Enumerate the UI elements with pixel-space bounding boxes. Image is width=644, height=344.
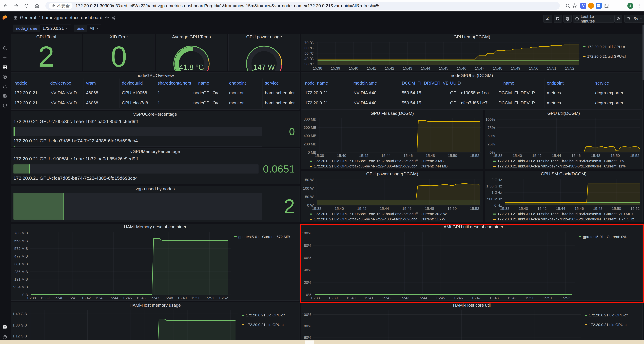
reload-icon[interactable] [23,2,30,9]
extension-v-icon[interactable]: V [580,3,586,9]
variable-node-name-select[interactable]: 172.20.0.21 [40,24,71,32]
legend-item[interactable]: 172.20.0.21 uid:GPU-c10058bc-1eae-1b32-b… [310,158,483,164]
legend-item[interactable]: 172.20.0.21 uid:GPU-c [242,322,299,327]
extension-grid-icon[interactable] [596,3,602,9]
panel-title[interactable]: Average GPU Temp [156,34,227,40]
security-label: 不安全 [57,3,70,8]
create-plus-icon[interactable] [2,55,8,60]
column-header[interactable]: DCGM_FI_DRIVER_VERSION [399,78,448,88]
panel-title[interactable]: GPU temp(DCGM) [301,34,642,40]
back-icon[interactable] [2,2,9,9]
panel-title[interactable]: XID Error [84,34,154,40]
refresh-interval-picker[interactable]: 5s [632,15,644,22]
panel-title[interactable]: GPU power usage(DCGM) [301,171,483,177]
variable-uuid-label: uuid [74,24,87,32]
forward-icon[interactable] [13,2,20,9]
column-header[interactable]: service [262,78,298,88]
panel-title[interactable]: vGPUCorePercentage [11,111,300,117]
dashboard-settings-button[interactable] [564,15,572,22]
extension-orange-icon[interactable] [588,3,594,9]
breadcrumb-title[interactable]: hami-vgpu-metrics-dashboard [42,15,102,20]
alerting-bell-icon[interactable] [2,84,8,89]
panel-title[interactable]: HAMi-Memory desc of container [11,224,300,230]
svg-text:500 MHz: 500 MHz [487,197,502,201]
panel-title[interactable]: nodeGPUOverview [11,72,300,78]
legend-item[interactable]: 172.20.0.21 uid:GPU-cf [242,312,299,318]
security-chip[interactable]: 不安全 [49,3,72,9]
column-header[interactable]: node_name [302,78,351,88]
legend-item[interactable]: 172.20.0.21 uid:GPU-cfca7d85-be74-7c22-4… [310,164,483,169]
share-icon[interactable] [112,16,116,20]
panel-title[interactable]: HAMi-Host memory usage [11,302,300,308]
legend-item[interactable]: 172.20.0.21 uid:GPU-cfca7d85-be74-7c22-4… [493,216,642,222]
browser-menu-icon[interactable] [636,2,642,9]
legend-item[interactable]: gpu-test5-01Current: 0% [579,234,642,240]
column-header[interactable]: sharedcontainers [155,78,191,88]
column-header[interactable]: service [593,78,641,88]
legend-item[interactable]: 172.20.0.21 uid:GPU-c [585,322,642,327]
column-header[interactable]: endpoint [227,78,262,88]
legend-item[interactable]: 172.20.0.21 uid:GPU-c10058bc-1eae-1b32-b… [493,158,642,164]
zoom-out-button[interactable] [614,15,622,22]
column-header[interactable]: nodeid [12,78,48,88]
bar-gauge-value: 0.0651 [263,163,295,175]
breadcrumb-section[interactable]: General [20,15,36,20]
chart-plot: 15:3815:4015:4215:4415:4615:4815:5015:52… [485,116,642,158]
bookmark-star-icon[interactable] [571,2,578,9]
legend-item[interactable]: 172.20.0.21 uid:GPU-c10058bc-1eae-1b32-b… [310,211,483,216]
legend-item[interactable]: 172.20.0.21 uid:GPU-cf [585,312,642,318]
extensions-puzzle-icon[interactable] [603,2,610,9]
column-header[interactable]: __name__ [496,78,544,88]
panel-title[interactable]: GPU Total [11,34,82,40]
variable-uuid-select[interactable]: All [87,24,101,32]
taskbar-item[interactable] [304,340,314,344]
scrollbar-thumb[interactable] [642,24,644,80]
search-icon[interactable] [2,46,8,50]
table-cell: NVIDIA A40 [351,88,400,98]
panel-title[interactable]: GPU power usage [228,34,300,40]
svg-text:15:51: 15:51 [547,66,556,70]
profile-avatar[interactable] [627,3,634,9]
legend-item[interactable]: 172.20.0.21 uid:GPU-c10058bc-1eae-1b32-b… [493,211,642,216]
explore-compass-icon[interactable] [2,74,8,79]
panel-title[interactable]: vgpu used by nodes [11,186,300,192]
panel-title[interactable]: GPU FB used(DCGM) [301,110,483,116]
screen: 不安全 172.20.0.21:30300/d/Oxed_c6Wz22/hami… [0,0,644,344]
user-avatar-icon[interactable] [2,324,8,330]
grafana-logo[interactable] [1,15,8,22]
column-header[interactable]: deviceuuid [119,78,155,88]
dashboards-icon[interactable] [2,65,8,70]
svg-text:15:48: 15:48 [493,66,502,70]
refresh-button[interactable] [624,15,632,22]
panel-title[interactable]: GPU util(DCGM) [485,110,642,116]
column-header[interactable]: vram [84,78,120,88]
panel-title[interactable]: GPU SM Clock(DCGM) [485,171,642,177]
column-header[interactable]: __name__ [191,78,227,88]
column-header[interactable]: UUID [448,78,496,88]
column-header[interactable]: devicetype [48,78,84,88]
panel-title[interactable]: vGPUMemoryPercentage [11,148,300,154]
panel-title[interactable]: HAMi-GPU util desc of container [301,224,642,230]
legend-item[interactable]: 172.20.0.21 uid:GPU-cf [583,54,642,59]
legend-item[interactable]: 172.20.0.21 uid:GPU-cfca7d85-be74-7c22-4… [310,216,483,222]
favorite-star-icon[interactable] [105,16,109,20]
legend-item[interactable]: gpu-test5-01Current: 672 MiB [234,234,299,240]
admin-shield-icon[interactable] [2,103,8,108]
column-header[interactable]: modelName [351,78,400,88]
time-range-picker[interactable]: Last 15 minutes [573,15,614,22]
xid-error-value: 0 [84,40,154,71]
configuration-gear-icon[interactable] [2,94,8,98]
panel-title[interactable]: nodeGPUList(DCGM) [301,72,642,78]
column-header[interactable]: endpoint [544,78,593,88]
page-zoom-icon[interactable] [564,2,571,9]
svg-text:15:39: 15:39 [328,296,338,300]
chart-plot: 15:3815:3915:4015:4115:4215:4315:4415:45… [11,308,241,344]
legend-item[interactable]: 172.20.0.21 uid:GPU-c [583,44,642,50]
panel-title[interactable]: HAMi-Host core util [301,302,642,308]
save-dashboard-button[interactable] [554,15,562,22]
add-panel-button[interactable] [543,15,552,22]
home-icon[interactable] [34,2,40,9]
legend-item[interactable]: 172.20.0.21 uid:GPU-cfca7d85-be74-7c22-4… [493,164,642,169]
url-bar[interactable]: 不安全 172.20.0.21:30300/d/Oxed_c6Wz22/hami… [46,2,560,10]
help-icon[interactable] [2,334,8,340]
